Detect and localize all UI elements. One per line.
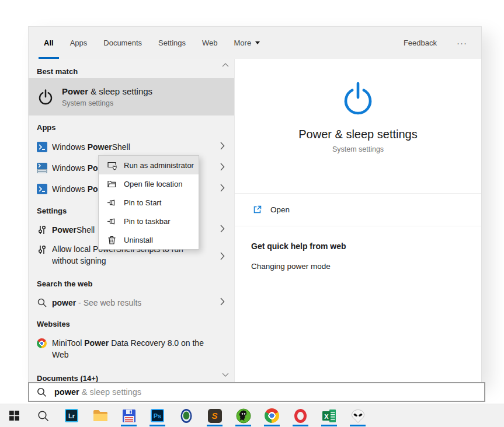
menu-item-uninstall[interactable]: Uninstall — [99, 230, 199, 249]
result-row-windows-powershell[interactable]: Windows PowerShell — [29, 136, 234, 158]
open-action-label: Open — [270, 205, 290, 214]
best-match-row[interactable]: Power & sleep settings System settings — [29, 78, 234, 116]
settings-sliders-icon — [37, 225, 47, 235]
sublime-text-icon: S — [208, 409, 222, 423]
search-typed-text: power — [54, 387, 79, 397]
tab-apps[interactable]: Apps — [70, 27, 88, 59]
power-icon-large — [339, 80, 377, 117]
taskbar: Lr Ps S — [0, 404, 504, 427]
lightroom-icon: Lr — [65, 409, 78, 422]
taskbar-excel-button[interactable]: X — [315, 404, 343, 427]
result-row-website[interactable]: MiniTool Power Data Recovery 8.0 on the … — [29, 332, 234, 368]
search-flyout-window: All Apps Documents Settings Web More Fee… — [28, 26, 482, 383]
tab-more[interactable]: More — [234, 27, 260, 59]
powershell-icon — [37, 142, 47, 152]
taskbar-sublime-button[interactable]: S — [200, 404, 229, 427]
trash-icon — [107, 235, 117, 245]
chevron-right-icon[interactable] — [217, 163, 225, 173]
open-external-icon — [252, 205, 262, 215]
filter-tabbar: All Apps Documents Settings Web More Fee… — [29, 27, 481, 59]
file-location-icon — [107, 179, 117, 189]
result-row-web-search[interactable]: power - See web results — [29, 292, 234, 313]
taskbar-opera-button[interactable] — [286, 404, 315, 427]
foobar2000-icon — [351, 409, 365, 423]
scroll-up-arrow[interactable] — [222, 63, 229, 67]
tab-web[interactable]: Web — [202, 27, 218, 59]
chevron-right-icon[interactable] — [217, 252, 225, 262]
feedback-button[interactable]: Feedback — [404, 38, 437, 47]
run-as-admin-icon — [107, 160, 117, 170]
best-match-title: Power & sleep settings — [62, 86, 152, 97]
quick-help-link[interactable]: Changing power mode — [251, 262, 465, 271]
power-icon — [37, 88, 54, 106]
powershell-icon — [37, 184, 47, 194]
menu-item-pin-to-taskbar[interactable]: Pin to taskbar — [99, 212, 199, 230]
settings-sliders-icon — [37, 244, 47, 255]
powershell-ise-icon — [37, 163, 47, 173]
options-ellipsis-button[interactable]: ··· — [457, 38, 467, 48]
oval-app-icon — [180, 408, 193, 424]
chevron-right-icon[interactable] — [217, 298, 225, 308]
taskbar-foobar-button[interactable] — [343, 404, 372, 427]
preview-hero: Power & sleep settings System settings — [235, 80, 481, 194]
search-icon — [37, 298, 47, 308]
floppy-disk-icon — [122, 409, 136, 423]
preview-subtitle: System settings — [235, 145, 481, 153]
folder-icon — [93, 410, 108, 422]
preview-panel: Power & sleep settings System settings O… — [234, 59, 481, 382]
svg-text:X: X — [324, 412, 329, 419]
chevron-right-icon[interactable] — [217, 142, 225, 152]
section-header-apps: Apps — [29, 116, 234, 136]
quick-help-header: Get quick help from web — [251, 242, 465, 251]
best-match-subtitle: System settings — [62, 99, 152, 107]
chevron-right-icon[interactable] — [217, 225, 225, 235]
search-icon — [37, 387, 47, 397]
context-menu: Run as administrator Open file location … — [98, 155, 199, 250]
taskbar-file-explorer-button[interactable] — [86, 404, 114, 427]
taskbar-search-button[interactable] — [29, 404, 57, 427]
scroll-down-arrow[interactable] — [222, 373, 229, 377]
photoshop-icon: Ps — [151, 409, 164, 422]
taskbar-floppy-app-button[interactable] — [114, 404, 143, 427]
preview-title: Power & sleep settings — [235, 128, 481, 141]
tab-all[interactable]: All — [44, 27, 54, 59]
quick-help-block: Get quick help from web Changing power m… — [235, 226, 481, 286]
windows-logo-icon — [9, 411, 19, 421]
section-header-websites: Websites — [29, 313, 234, 332]
tab-documents[interactable]: Documents — [103, 27, 142, 59]
green-app-icon — [236, 408, 251, 424]
taskbar-oval-app-button[interactable] — [172, 404, 200, 427]
chrome-icon — [37, 338, 47, 349]
chevron-down-icon — [255, 41, 260, 44]
taskbar-chrome-button[interactable] — [258, 404, 286, 427]
taskbar-lightroom-button[interactable]: Lr — [57, 404, 86, 427]
section-header-best-match: Best match — [29, 59, 234, 78]
chevron-right-icon[interactable] — [217, 184, 225, 194]
menu-item-run-as-administrator[interactable]: Run as administrator — [99, 156, 199, 174]
chrome-icon — [265, 408, 279, 423]
excel-icon: X — [322, 409, 337, 423]
tab-settings[interactable]: Settings — [158, 27, 186, 59]
start-button[interactable] — [0, 404, 29, 427]
section-header-search-web: Search the web — [29, 271, 234, 292]
taskbar-photoshop-button[interactable]: Ps — [143, 404, 172, 427]
pin-icon — [107, 198, 117, 208]
pin-icon — [107, 216, 117, 226]
opera-icon — [294, 409, 307, 423]
menu-item-pin-to-start[interactable]: Pin to Start — [99, 193, 199, 212]
search-icon — [37, 410, 49, 422]
search-suggestion-text: & sleep settings — [79, 387, 141, 397]
taskbar-green-app-button[interactable] — [229, 404, 258, 427]
open-action-row[interactable]: Open — [235, 194, 481, 226]
search-input[interactable]: power & sleep settings — [28, 382, 485, 402]
menu-item-open-file-location[interactable]: Open file location — [99, 174, 199, 193]
